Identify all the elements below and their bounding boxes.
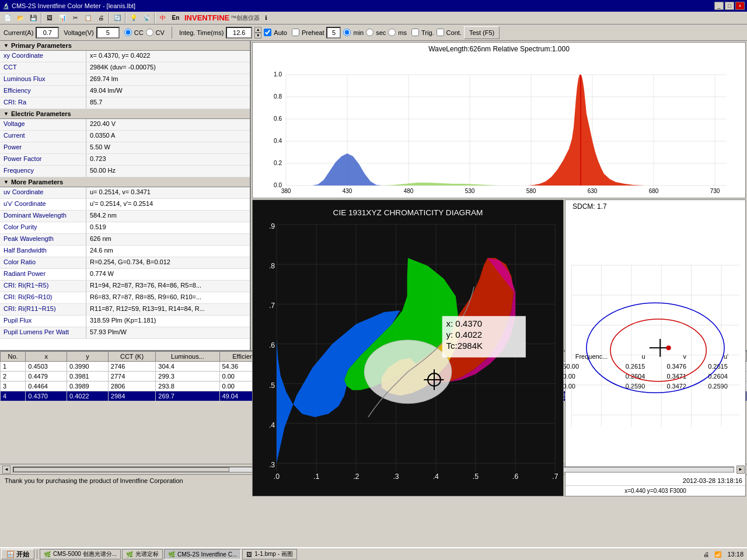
cx-label-6: .6 — [512, 473, 518, 481]
table-cell: 293.8 — [156, 382, 219, 391]
integ-up[interactable]: ▲ — [254, 27, 261, 33]
electric-collapse[interactable]: ▼ — [4, 111, 9, 117]
icon2[interactable]: 🖼 — [44, 13, 55, 23]
sec-radio[interactable] — [366, 29, 374, 36]
cx-label-7: .7 — [552, 473, 558, 481]
cc-radio[interactable] — [124, 29, 132, 36]
table-cell: 3 — [1, 382, 26, 391]
table-cell: 0.3989 — [67, 382, 109, 391]
param-name-pow: Power — [0, 142, 86, 153]
print-icon[interactable]: 🖨 — [95, 13, 107, 23]
primary-header-text: Primary Parameters — [11, 42, 72, 49]
x-label-630: 630 — [588, 188, 598, 194]
scroll-left-btn[interactable]: ◄ — [2, 466, 11, 474]
param-val-radpow: 0.774 W — [86, 269, 250, 280]
cc-label: CC — [134, 29, 144, 36]
param-val-pupillpw: 57.93 Plm/W — [86, 327, 250, 338]
x-label-480: 480 — [404, 188, 414, 194]
param-name-uv: uv Coordinate — [0, 187, 86, 198]
cy-label-4: .4 — [269, 421, 275, 429]
param-eff: Efficiency 49.04 lm/W — [0, 86, 250, 97]
param-val-pupilflux: 318.59 Plm (Kp=1.181) — [86, 316, 250, 327]
primary-collapse[interactable]: ▼ — [4, 43, 9, 48]
taskbar-sep — [37, 550, 37, 559]
min-radio[interactable] — [343, 29, 351, 36]
table-cell: 0.4370 — [26, 391, 67, 401]
right-panel: WaveLength:626nm Relative Spectrum:1.000… — [251, 41, 747, 350]
test-button[interactable]: Test (F5) — [464, 26, 500, 39]
preheat-checkbox[interactable] — [292, 29, 299, 36]
start-button[interactable]: 🪟 开始 — [1, 549, 34, 559]
integ-group: Integ. Time(ms) ▲ ▼ Auto — [179, 27, 287, 38]
cont-label: Cont. — [446, 29, 462, 36]
cy-label-9: .9 — [269, 222, 275, 230]
trig-checkbox[interactable] — [411, 29, 419, 36]
preheat-input[interactable] — [326, 27, 341, 38]
taskbar-item-paint[interactable]: 🖼 1-1.bmp - 画图 — [242, 549, 297, 559]
param-name-pupilflux: Pupil Flux — [0, 316, 86, 327]
th-no: No. — [1, 352, 26, 362]
scissors-icon[interactable]: ✂ — [69, 13, 81, 23]
param-name-cri1115: CRI: Ri(R11~R15) — [0, 304, 86, 315]
param-val-cri: 85.7 — [86, 97, 250, 108]
voltage-label: Voltage(V) — [64, 29, 93, 36]
red-peak — [528, 75, 645, 186]
title-bar-left: 🔬 CMS-2S Inventfine Color Meter - [leani… — [2, 2, 135, 9]
cv-radio[interactable] — [146, 29, 153, 36]
copy-icon[interactable]: 📋 — [82, 13, 94, 23]
voltage-group: Voltage(V) — [64, 27, 119, 38]
icon6[interactable]: 中 — [157, 13, 169, 23]
cms2s-label: CMS-2S Inventfine C... — [177, 551, 237, 558]
taskbar-item-cms5000[interactable]: 🌿 CMS-5000 创惠光谱分... — [40, 549, 121, 559]
taskbar-item-spectral[interactable]: 🌿 光谱定标 — [122, 549, 163, 559]
save-icon[interactable]: 💾 — [27, 13, 39, 23]
ms-radio[interactable] — [388, 29, 396, 36]
table-cell: 304.4 — [156, 362, 219, 372]
integ-down[interactable]: ▼ — [254, 33, 261, 38]
sdcm-svg — [566, 213, 745, 485]
title-bar-controls: _ □ × — [714, 2, 745, 10]
param-name-radpow: Radiant Power — [0, 269, 86, 280]
sdcm-chart-area — [566, 213, 745, 485]
param-val-domwl: 584.2 nm — [86, 211, 250, 222]
param-name-cct: CCT — [0, 62, 86, 74]
integ-input[interactable] — [226, 27, 252, 38]
taskbar-item-cms2s[interactable]: 🌿 CMS-2S Inventfine C... — [164, 549, 241, 559]
table-cell: 0.4503 — [26, 362, 67, 372]
menu-sep-4 — [154, 13, 155, 23]
table-cell: 2774 — [108, 372, 155, 382]
close-button[interactable]: × — [735, 2, 745, 10]
param-val-pf: 0.723 — [86, 154, 250, 165]
param-halfbw: Half Bandwidth 24.6 nm — [0, 246, 250, 257]
integ-spinner[interactable]: ▲ ▼ — [254, 27, 261, 38]
icon3[interactable]: 📊 — [57, 13, 68, 23]
new-icon[interactable]: 📄 — [2, 13, 13, 23]
param-pupillpw: Pupil Lumens Per Watt 57.93 Plm/W — [0, 327, 250, 339]
icon7[interactable]: En — [170, 13, 181, 23]
maximize-button[interactable]: □ — [725, 2, 734, 10]
help-icon[interactable]: ℹ — [260, 13, 272, 23]
open-icon[interactable]: 📂 — [15, 13, 26, 23]
minimize-button[interactable]: _ — [714, 2, 724, 10]
param-cri610: CRI: Ri(R6~R10) R6=83, R7=87, R8=85, R9=… — [0, 292, 250, 304]
icon4[interactable]: 🔄 — [111, 13, 123, 23]
param-pupilflux: Pupil Flux 318.59 Plm (Kp=1.181) — [0, 316, 250, 327]
param-val-eff: 49.04 lm/W — [86, 86, 250, 97]
cont-checkbox[interactable] — [437, 29, 444, 36]
preheat-group: Preheat min sec ms — [292, 27, 407, 38]
cx-label-1: .1 — [313, 473, 319, 481]
auto-checkbox[interactable] — [264, 29, 271, 36]
more-collapse[interactable]: ▼ — [4, 179, 9, 185]
param-volt: Voltage 220.40 V — [0, 119, 250, 131]
electric-params-header: ▼ Electric Parameters — [0, 109, 250, 119]
voltage-input[interactable] — [96, 27, 120, 38]
params-scroll[interactable]: ▼ Primary Parameters xy Coordinate x= 0.… — [0, 41, 250, 350]
current-input[interactable] — [36, 27, 59, 38]
bulb-icon[interactable]: 💡 — [128, 13, 139, 23]
param-name-peakwl: Peak Wavelength — [0, 234, 86, 245]
scroll-thumb[interactable] — [13, 467, 229, 472]
param-upvp: u'v' Coordinate u'= 0.2514, v'= 0.2514 — [0, 199, 250, 211]
printer-tray-icon: 🖨 — [701, 550, 711, 559]
param-lum: Luminous Flux 269.74 lm — [0, 74, 250, 86]
icon5[interactable]: 📡 — [141, 13, 152, 23]
